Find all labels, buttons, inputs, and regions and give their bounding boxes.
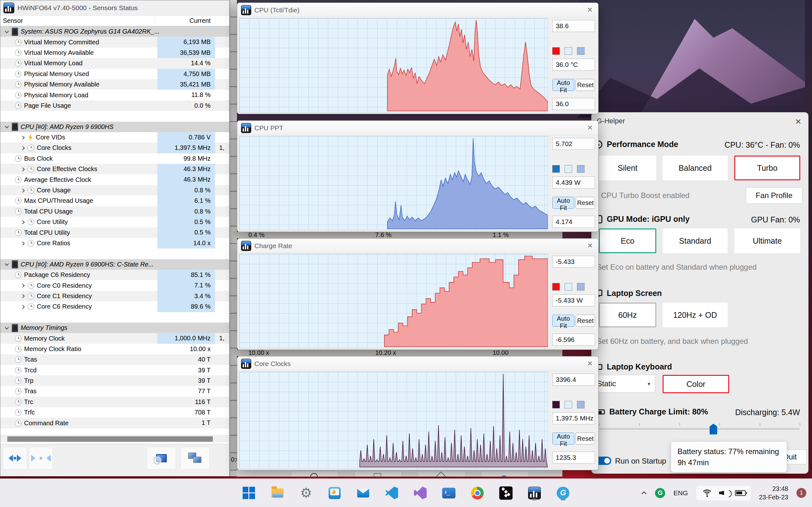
taskbar-icon-monitor[interactable] [328, 486, 341, 500]
sensor-row[interactable]: Virtual Memory Committed6,193 MB [0, 37, 229, 47]
collapse-columns-button[interactable] [29, 447, 53, 469]
chevron-collapsed-icon[interactable] [20, 294, 25, 298]
keyboard-mode-dropdown[interactable]: Static ▾ [592, 375, 655, 393]
language-indicator[interactable]: ENG [673, 489, 688, 497]
chevron-collapsed-icon[interactable] [20, 188, 25, 193]
reset-button[interactable]: Reset [576, 315, 595, 327]
close-icon[interactable]: × [795, 116, 801, 127]
sensor-row[interactable]: Trfc708 T [0, 407, 229, 418]
sensor-row[interactable]: Tcas40 T [0, 354, 229, 365]
chevron-expanded-icon[interactable] [5, 262, 9, 267]
hwinfo-titlebar[interactable]: HWiNFO64 v7.40-5000 - Sensors Status [0, 0, 229, 15]
graph-titlebar[interactable]: CPU (Tctl/Tdie) × [237, 3, 598, 17]
gpu-eco-button[interactable]: Eco [599, 228, 656, 253]
grammarly-tray-icon[interactable]: G [655, 488, 665, 498]
sensor-row[interactable]: Core Effective Clocks46.3 MHz [0, 164, 229, 174]
taskbar-icon-settings[interactable]: ⚙ [299, 486, 313, 500]
sensor-row[interactable]: Virtual Memory Load14.4 % [0, 58, 229, 68]
sensor-row[interactable]: Trcd39 T [0, 365, 229, 376]
taskbar-icon-vs[interactable] [414, 486, 427, 500]
series-color-swatch[interactable] [552, 165, 560, 173]
quick-settings-group[interactable] [696, 486, 751, 500]
sensor-row[interactable]: Physical Memory Used4,750 MB [0, 69, 229, 79]
clock[interactable]: 23:48 23-Feb-23 [759, 485, 788, 502]
notification-badge[interactable]: 1 [797, 488, 806, 498]
battery-tray-icon[interactable] [735, 490, 746, 496]
gpu-ultimate-button[interactable]: Ultimate [734, 228, 800, 253]
volume-icon[interactable] [719, 489, 728, 497]
sensor-row[interactable]: Total CPU Utility0.5 % [0, 227, 229, 238]
close-icon[interactable]: × [588, 240, 593, 250]
expand-columns-button[interactable] [3, 447, 27, 469]
chevron-collapsed-icon[interactable] [20, 135, 25, 140]
background-color-swatch[interactable] [565, 165, 572, 173]
chevron-collapsed-icon[interactable] [20, 304, 25, 309]
sensor-row[interactable]: Average Effective Clock46.3 MHz [0, 174, 229, 185]
auto-fit-button[interactable]: Auto Fit [552, 433, 574, 445]
close-icon[interactable]: × [588, 5, 593, 15]
reset-button[interactable]: Reset [576, 197, 595, 209]
sensor-row[interactable]: Physical Memory Load11.8 % [0, 90, 229, 100]
sensor-row[interactable]: Core Ratios14.0 x [0, 238, 229, 248]
slider-track[interactable] [599, 428, 800, 430]
sensor-row[interactable]: Memory Clock1,000.0 MHz1, [0, 333, 229, 343]
horizontal-scrollbar[interactable] [0, 435, 229, 442]
fan-profile-button[interactable]: Fan Profile [746, 187, 803, 204]
background-color-swatch[interactable] [565, 283, 572, 291]
grid-color-swatch[interactable] [577, 165, 585, 173]
sensor-group-row[interactable]: CPU [#0]: AMD Ryzen 9 6900HS: C-State Re… [0, 259, 229, 270]
sensor-row[interactable]: Package C6 Residency85.1 % [0, 270, 229, 280]
chevron-collapsed-icon[interactable] [20, 167, 25, 171]
close-icon[interactable]: × [588, 358, 593, 369]
sensor-row[interactable]: Physical Memory Available35,421 MB [0, 79, 229, 90]
series-color-swatch[interactable] [552, 47, 560, 55]
column-sensor[interactable]: Sensor [3, 17, 23, 24]
screen-capture-button[interactable] [147, 447, 176, 469]
sensor-row[interactable]: Memory Clock Ratio10.00 x [0, 344, 229, 354]
taskbar-icon-powershell[interactable] [442, 486, 455, 500]
taskbar-icon-explorer[interactable] [271, 486, 284, 500]
screen-60hz-button[interactable]: 60Hz [599, 302, 656, 327]
chevron-collapsed-icon[interactable] [20, 241, 25, 245]
remote-monitor-button[interactable] [181, 447, 210, 469]
sensor-row[interactable]: Trc116 T [0, 397, 229, 407]
grid-color-swatch[interactable] [577, 47, 585, 55]
sensor-row[interactable]: Bus Clock99.8 MHz [0, 153, 229, 164]
auto-fit-button[interactable]: Auto Fit [552, 197, 574, 209]
slider-thumb[interactable] [710, 424, 717, 435]
chevron-expanded-icon[interactable] [5, 124, 9, 129]
graph-titlebar[interactable]: Charge Rate × [237, 239, 598, 253]
sensor-row[interactable]: Core Clocks1,397.5 MHz1, [0, 143, 229, 153]
taskbar-icon-ghelper[interactable] [556, 486, 570, 500]
wifi-icon[interactable] [701, 489, 713, 497]
sensor-row[interactable]: Core C6 Residency89.6 % [0, 301, 229, 312]
sensor-group-row[interactable]: System: ASUS ROG Zephyrus G14 GA402RK_..… [0, 26, 229, 37]
chevron-collapsed-icon[interactable] [20, 220, 25, 224]
taskbar-icon-tidal[interactable] [499, 486, 513, 500]
sensor-column-header[interactable]: Sensor Current [0, 15, 229, 26]
sensor-row[interactable]: Tras77 T [0, 386, 229, 396]
sensor-row[interactable]: Virtual Memory Available36,539 MB [0, 48, 229, 58]
taskbar-icon-hwinfo[interactable] [528, 486, 541, 500]
chevron-expanded-icon[interactable] [5, 30, 9, 34]
tray-overflow-chevron-icon[interactable] [642, 491, 647, 496]
auto-fit-button[interactable]: Auto Fit [552, 79, 574, 91]
sensor-row[interactable]: Core Usage0.8 % [0, 185, 229, 195]
close-icon[interactable]: × [588, 123, 593, 133]
taskbar-icon-mail[interactable] [357, 486, 370, 500]
series-color-swatch[interactable] [552, 401, 560, 408]
taskbar-icon-chrome[interactable] [471, 486, 484, 500]
perf-balanced-button[interactable]: Balanced [663, 156, 728, 180]
perf-silent-button[interactable]: Silent [599, 156, 656, 180]
column-current[interactable]: Current [157, 17, 215, 24]
chevron-collapsed-icon[interactable] [20, 283, 25, 288]
sensor-row[interactable]: Command Rate1 T [0, 418, 229, 428]
sensor-row[interactable]: Total CPU Usage0.8 % [0, 206, 229, 217]
grid-color-swatch[interactable] [577, 401, 585, 408]
sensor-group-row[interactable]: CPU [#0]: AMD Ryzen 9 6900HS [0, 122, 229, 132]
taskbar-icon-start[interactable] [242, 486, 256, 500]
battery-limit-slider[interactable] [599, 421, 800, 434]
background-color-swatch[interactable] [565, 401, 572, 408]
sensor-row[interactable]: Trp39 T [0, 376, 229, 386]
keyboard-color-button[interactable]: Color [663, 375, 729, 393]
